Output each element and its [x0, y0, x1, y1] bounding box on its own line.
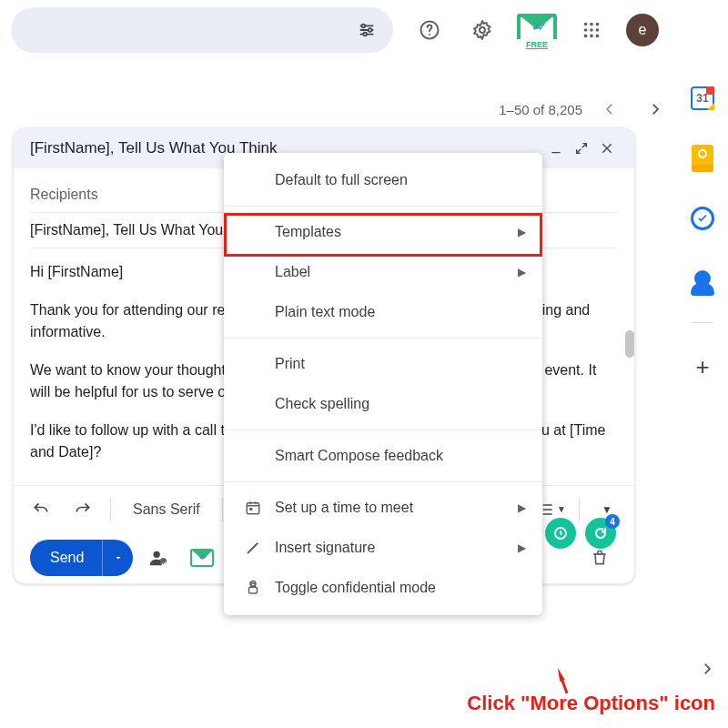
undo-icon[interactable]: [23, 491, 59, 528]
mailtrack-tag: FREE: [526, 40, 548, 49]
add-contact-icon[interactable]: [140, 540, 177, 576]
svg-point-9: [584, 28, 588, 32]
svg-rect-30: [249, 508, 252, 511]
extension-bubble-1[interactable]: [545, 518, 576, 549]
svg-rect-29: [247, 503, 259, 514]
menu-confidential-mode[interactable]: Toggle confidential mode: [224, 568, 542, 608]
chevron-right-icon: ▶: [518, 266, 526, 278]
avatar[interactable]: e: [626, 14, 659, 46]
apps-grid-icon[interactable]: [573, 12, 610, 48]
side-panel: 31 +: [682, 82, 723, 383]
grammarly-bubble[interactable]: 4: [585, 518, 616, 549]
prev-page-icon[interactable]: [592, 91, 628, 127]
svg-point-6: [584, 22, 588, 25]
svg-rect-31: [249, 587, 258, 593]
send-button[interactable]: Send: [30, 540, 102, 576]
keep-app-icon[interactable]: [686, 142, 719, 175]
menu-label[interactable]: Label▶: [224, 252, 542, 292]
menu-plain-text[interactable]: Plain text mode: [224, 292, 542, 332]
search-options-icon[interactable]: [357, 20, 377, 40]
menu-insert-signature[interactable]: Insert signature▶: [224, 528, 542, 568]
grammarly-badge: 4: [605, 514, 620, 529]
menu-default-fullscreen[interactable]: Default to full screen: [224, 160, 542, 200]
chevron-right-icon: ▶: [518, 501, 526, 514]
top-bar: ✓✓ FREE e: [0, 0, 728, 59]
minimize-icon[interactable]: [545, 137, 567, 159]
menu-set-up-time[interactable]: Set up a time to meet▶: [224, 488, 542, 528]
lock-icon: [244, 580, 262, 596]
mailtrack-footer-icon[interactable]: ✓✓: [184, 540, 220, 576]
svg-point-13: [590, 34, 593, 37]
svg-point-4: [429, 34, 430, 35]
pen-icon: [244, 540, 262, 556]
next-page-icon[interactable]: [637, 91, 673, 127]
svg-point-14: [596, 34, 600, 37]
svg-point-20: [160, 558, 167, 564]
svg-point-7: [590, 22, 593, 25]
svg-point-10: [590, 28, 593, 32]
contacts-app-icon[interactable]: [686, 262, 719, 295]
annotation-text: Click "More Options" icon: [467, 692, 715, 715]
chevron-right-icon: ▶: [518, 541, 526, 554]
svg-point-0: [362, 24, 366, 27]
font-selector[interactable]: Sans Serif: [120, 491, 213, 528]
svg-point-11: [596, 28, 600, 32]
redo-icon[interactable]: [65, 491, 101, 528]
send-options-icon[interactable]: [102, 540, 133, 576]
more-options-menu: Default to full screen Templates▶ Label▶…: [224, 153, 542, 615]
close-icon[interactable]: [596, 137, 618, 159]
menu-print[interactable]: Print: [224, 344, 542, 384]
pagination-range: 1–50 of 8,205: [499, 102, 582, 117]
calendar-icon: [244, 500, 262, 516]
search-bar[interactable]: [11, 7, 393, 53]
svg-point-12: [584, 34, 588, 37]
fullscreen-icon[interactable]: [571, 137, 592, 159]
mailtrack-icon[interactable]: ✓✓ FREE: [517, 14, 557, 46]
menu-smart-compose-feedback[interactable]: Smart Compose feedback: [224, 436, 542, 476]
svg-point-2: [363, 32, 367, 35]
help-icon[interactable]: [411, 12, 448, 48]
pagination: 1–50 of 8,205: [499, 91, 673, 127]
chevron-right-icon: ▶: [518, 226, 526, 238]
scrollbar[interactable]: [625, 330, 634, 358]
calendar-app-icon[interactable]: 31: [686, 82, 719, 115]
add-app-icon[interactable]: +: [686, 350, 719, 383]
svg-point-19: [154, 551, 160, 558]
menu-templates[interactable]: Templates▶: [224, 212, 542, 252]
expand-sidebar-icon[interactable]: [699, 661, 715, 677]
svg-point-1: [369, 28, 372, 32]
avatar-initial: e: [639, 22, 647, 38]
gear-icon[interactable]: [464, 12, 500, 48]
svg-point-5: [480, 27, 485, 33]
tasks-app-icon[interactable]: [686, 202, 719, 235]
svg-point-8: [596, 22, 600, 25]
menu-check-spelling[interactable]: Check spelling: [224, 384, 542, 424]
